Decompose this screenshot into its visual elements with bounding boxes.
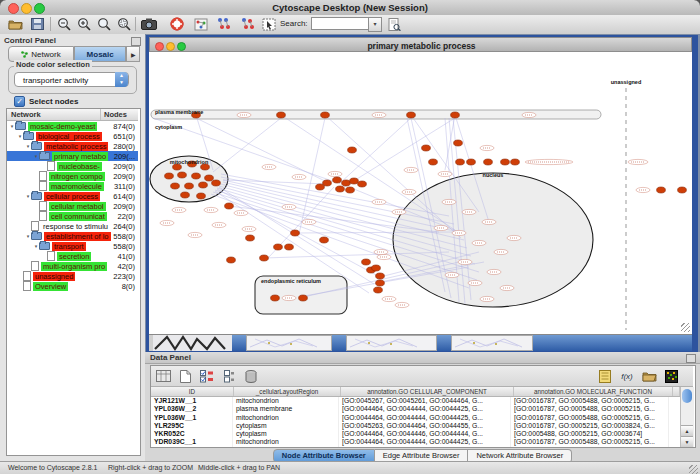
graph-node[interactable] [199, 182, 208, 188]
matrix-icon[interactable] [662, 368, 680, 384]
tree-row[interactable]: cell communicat22(0) [7, 211, 138, 221]
tab-scroll-arrow[interactable]: ▶ [126, 46, 140, 62]
import-attributes-icon[interactable] [640, 368, 658, 384]
graph-node[interactable] [342, 180, 351, 186]
column-header[interactable]: _cellularLayoutRegion [234, 387, 341, 396]
tree-row[interactable]: secretion41(0) [7, 251, 138, 261]
table-cell[interactable]: [GO:0016787, GO:0005488, GO:0005215, G..… [511, 405, 669, 413]
scroll-up-arrow[interactable]: ▲ [681, 425, 693, 436]
graph-node[interactable] [225, 203, 234, 209]
select-nodes-checkbox[interactable]: ✓ [14, 96, 25, 107]
table-scrollbar[interactable]: ▲ ▼ [680, 387, 694, 447]
node-color-dropdown[interactable]: transporter activity ▲▼ [14, 72, 129, 87]
table-cell[interactable]: [GO:0016787, GO:0005215, GO:0003824, G..… [511, 422, 669, 430]
tree-row[interactable]: ▾cellular process614(0) [7, 191, 138, 201]
table-cell[interactable]: [GO:0016787, GO:0005488, GO:0005215, G..… [511, 397, 669, 405]
table-cell[interactable]: YPL036W__2 [151, 405, 233, 413]
table-cell[interactable]: YKR052C [151, 430, 233, 438]
graph-node[interactable] [484, 159, 493, 165]
graph-node[interactable] [285, 244, 294, 250]
canvas-resize-grip[interactable] [681, 323, 690, 332]
float-panel-icon[interactable] [131, 37, 141, 46]
tree-row[interactable]: ▾biological_process651(0) [7, 131, 138, 141]
graph-node[interactable] [454, 140, 463, 146]
table-cell[interactable]: [GO:0016787, GO:0005488, GO:0005215, G..… [511, 414, 669, 422]
table-cell[interactable]: cytoplasm [233, 430, 339, 438]
graph-node[interactable] [192, 173, 201, 179]
column-header[interactable]: ID [151, 387, 234, 396]
graph-node[interactable] [657, 187, 666, 193]
search-options-icon[interactable] [385, 16, 403, 32]
table-cell[interactable]: plasma membrane [233, 405, 339, 413]
tree-column-nodes[interactable]: Nodes [104, 110, 127, 119]
background-window-titlebar[interactable] [232, 335, 246, 351]
select-attributes-icon[interactable] [154, 368, 172, 384]
graph-node[interactable] [376, 273, 385, 279]
background-window-thumbnail[interactable] [246, 335, 332, 351]
table-cell[interactable]: [GO:0044464, GO:0044444, GO:0044425, G..… [339, 405, 511, 413]
background-window-titlebar[interactable] [332, 335, 346, 351]
table-cell[interactable]: [GO:0016787, GO:0005488, GO:0005215, G..… [511, 438, 669, 446]
graph-node[interactable] [467, 159, 476, 165]
column-header[interactable]: annotation.GO CELLULAR_COMPONENT [341, 387, 514, 396]
zoom-selected-icon[interactable] [115, 16, 133, 32]
table-cell[interactable]: [GO:0005488, GO:0005215, GO:0003674] [511, 430, 669, 438]
network-icon[interactable] [192, 16, 210, 32]
graph-node[interactable] [271, 295, 280, 301]
network-view-frame[interactable]: primary metabolic process plasma membran… [146, 35, 698, 352]
graph-node[interactable] [407, 112, 416, 118]
graph-edge[interactable] [325, 115, 461, 238]
graph-node[interactable] [205, 175, 214, 181]
float-panel-icon[interactable] [686, 354, 696, 363]
graph-node[interactable] [299, 295, 308, 301]
window-resize-grip[interactable] [689, 465, 698, 474]
graph-node[interactable] [358, 181, 367, 187]
tree-row[interactable]: Overview8(0) [7, 281, 138, 291]
formula-icon[interactable]: f(x) [618, 368, 636, 384]
tree-row[interactable]: ▾transport558(0) [7, 241, 138, 251]
zoom-fit-icon[interactable] [95, 16, 113, 32]
network-canvas[interactable]: plasma membranecytoplasmmitochondrionnuc… [149, 52, 692, 334]
graph-node[interactable] [171, 183, 180, 189]
tree-column-network[interactable]: Network [11, 110, 41, 119]
graph-node[interactable] [336, 186, 345, 192]
tree-row[interactable]: macromolecule311(0) [7, 181, 138, 191]
table-cell[interactable]: YJR121W__1 [151, 397, 233, 405]
column-header[interactable]: annotation.GO MOLECULAR_FUNCTION [514, 387, 673, 396]
graph-node[interactable] [321, 112, 330, 118]
background-window-thumbnail[interactable] [153, 335, 232, 351]
graph-node[interactable] [165, 173, 174, 179]
table-row[interactable]: YPL036W__1mitochondrion[GO:0044464, GO:0… [151, 414, 680, 422]
graph-node[interactable] [316, 184, 325, 190]
graph-node[interactable] [372, 265, 381, 271]
search-input[interactable] [311, 17, 369, 30]
graph-node[interactable] [185, 183, 194, 189]
graph-edge[interactable] [213, 118, 281, 172]
table-cell[interactable]: [GO:0044464, GO:0044444, GO:0044425, G..… [339, 438, 511, 446]
graph-node[interactable] [456, 159, 465, 165]
tree-row[interactable]: unassigned223(0) [7, 271, 138, 281]
network-frame-titlebar[interactable]: primary metabolic process [149, 37, 692, 52]
save-icon[interactable] [28, 16, 46, 32]
graph-node[interactable] [511, 159, 520, 165]
graph-node[interactable] [678, 187, 687, 193]
graph-node[interactable] [374, 287, 383, 293]
graph-node[interactable] [320, 237, 329, 243]
network-tree-header[interactable]: Network Nodes [7, 109, 138, 121]
tree-row[interactable]: ▾establishment of lo558(0) [7, 231, 138, 241]
tree-row[interactable]: ▾primary metabo209(... [7, 151, 138, 161]
graph-node[interactable] [362, 259, 371, 265]
network-graph[interactable]: plasma membranecytoplasmmitochondrionnuc… [149, 52, 692, 334]
table-cell[interactable]: YLR295C [151, 422, 233, 430]
graph-node[interactable] [274, 244, 283, 250]
background-window-titlebar[interactable] [437, 335, 451, 351]
table-row[interactable]: YDR039C__1mitochondrion[GO:0044464, GO:0… [151, 438, 680, 446]
scroll-down-arrow[interactable]: ▼ [681, 436, 693, 447]
table-cell[interactable]: mitochondrion [233, 438, 339, 446]
help-icon[interactable] [168, 16, 186, 32]
table-cell[interactable]: [GO:0044464, GO:0044444, GO:0044425, G..… [339, 414, 511, 422]
tree-row[interactable]: ▾mosaic-demo-yeast874(0) [7, 121, 138, 131]
background-window-titlebar[interactable] [533, 335, 692, 351]
table-cell[interactable]: YPL036W__1 [151, 414, 233, 422]
table-cell[interactable]: [GO:0045263, GO:0044464, GO:0044455, G..… [339, 422, 511, 430]
